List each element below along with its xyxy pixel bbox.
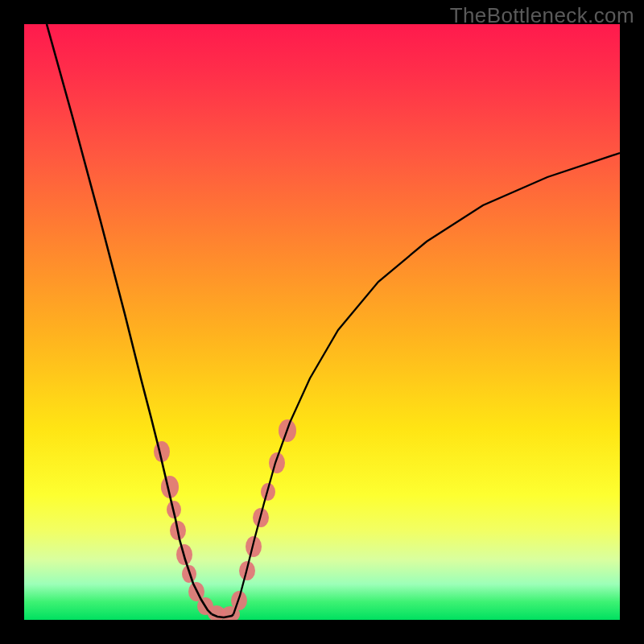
chart-frame: TheBottleneck.com — [0, 0, 644, 644]
curves-svg — [24, 24, 620, 620]
plot-area — [24, 24, 620, 620]
data-marker — [269, 452, 285, 473]
right-curve — [233, 153, 620, 614]
left-curve — [47, 24, 212, 614]
watermark-text: TheBottleneck.com — [450, 3, 634, 28]
